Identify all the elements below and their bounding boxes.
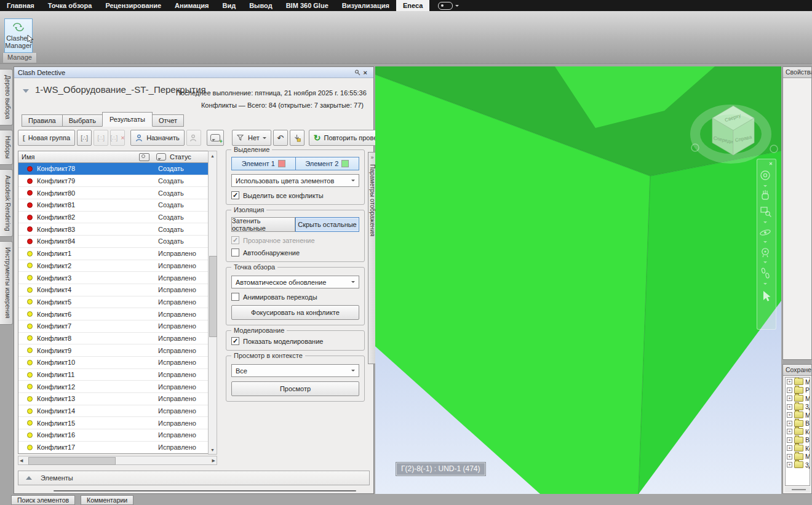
scroll-down-icon[interactable]: ▼	[209, 445, 217, 454]
expand-plus-icon[interactable]: +	[787, 404, 792, 410]
horizontal-scrollbar[interactable]	[785, 487, 810, 492]
saved-viewpoint-folder[interactable]: +М	[786, 453, 810, 461]
animate-transitions-checkbox[interactable]	[231, 293, 239, 301]
table-row[interactable]: Конфликт10Исправлено	[18, 357, 217, 369]
horizontal-scrollbar[interactable]: ◀ ▶	[18, 456, 217, 465]
new-group-button[interactable]: [ Новая группа	[18, 130, 75, 146]
dim-others-button[interactable]: Затенить остальные	[231, 217, 295, 232]
saved-viewpoint-folder[interactable]: +Ко	[786, 427, 810, 436]
table-row[interactable]: Конфликт84Создать	[18, 236, 217, 248]
orbit-icon[interactable]	[760, 229, 771, 236]
scrollbar-thumb[interactable]	[209, 256, 217, 337]
expand-plus-icon[interactable]: +	[787, 437, 792, 443]
bottom-tab-Поиск элементов[interactable]: Поиск элементов	[11, 495, 75, 505]
saved-viewpoints-tree[interactable]: +М+Ра+М+3Д+М+Во+Ко+Во+Ко+М+3Д	[785, 377, 810, 486]
expand-plus-icon[interactable]: +	[787, 412, 792, 418]
element1-button[interactable]: Элемент 1	[232, 157, 296, 170]
table-row[interactable]: Конфликт7Исправлено	[18, 320, 217, 333]
expand-plus-icon[interactable]: +	[787, 396, 792, 401]
table-row[interactable]: Конфликт79Создать	[18, 175, 217, 188]
element2-button[interactable]: Элемент 2	[296, 157, 359, 170]
table-row[interactable]: Конфликт78Создать	[18, 163, 217, 175]
saved-viewpoint-folder[interactable]: +М	[786, 378, 810, 386]
table-header[interactable]: Имя Статус	[18, 151, 217, 163]
expand-plus-icon[interactable]: +	[787, 429, 792, 434]
scroll-right-icon[interactable]: ▶	[212, 458, 215, 463]
viewport-3d[interactable]: Сверху Спереди Справа	[375, 66, 781, 494]
table-row[interactable]: Конфликт13Исправлено	[18, 393, 217, 405]
table-row[interactable]: Конфликт2Исправлено	[18, 260, 217, 272]
viewpoint-update-dropdown[interactable]: Автоматическое обновление	[231, 276, 359, 288]
bottom-tab-Комментарии[interactable]: Комментарии	[81, 495, 133, 505]
use-item-colors-dropdown[interactable]: Использовать цвета элементов	[231, 174, 359, 187]
compact-button[interactable]	[290, 130, 304, 146]
table-row[interactable]: Конфликт4Исправлено	[18, 284, 217, 296]
navigation-bar[interactable]	[757, 159, 776, 330]
scroll-up-icon[interactable]: ▲	[209, 151, 217, 160]
focus-on-clash-button[interactable]: Фокусировать на конфликте	[231, 305, 359, 320]
zoom-window-icon[interactable]	[761, 207, 771, 217]
hide-others-button[interactable]: Скрыть остальные	[295, 217, 359, 232]
pin-icon[interactable]	[354, 69, 361, 76]
scrollbar-thumb[interactable]	[792, 489, 806, 490]
chevron-down-icon[interactable]	[763, 261, 767, 263]
remove-from-group-button[interactable]: [∴]✕	[110, 130, 125, 146]
table-row[interactable]: Конфликт81Создать	[18, 199, 217, 212]
pan-hand-icon[interactable]	[762, 190, 768, 199]
close-icon[interactable]: ×	[361, 69, 370, 76]
saved-viewpoint-folder[interactable]: +3Д	[786, 461, 810, 469]
vertical-scrollbar[interactable]: ▲ ▼	[208, 151, 217, 455]
saved-viewpoint-folder[interactable]: +3Д	[786, 403, 810, 412]
table-row[interactable]: Конфликт1Исправлено	[18, 248, 217, 260]
highlight-all-checkbox[interactable]: ✓	[231, 191, 239, 199]
saved-viewpoint-folder[interactable]: +Во	[786, 420, 810, 428]
select-cursor-icon[interactable]	[763, 291, 770, 301]
table-row[interactable]: Конфликт3Исправлено	[18, 272, 217, 284]
table-row[interactable]: Конфликт83Создать	[18, 223, 217, 236]
column-comments[interactable]	[153, 153, 170, 161]
tab-Отчет[interactable]: Отчет	[152, 114, 184, 127]
items-bar[interactable]: Элементы	[18, 471, 370, 485]
expand-plus-icon[interactable]: +	[787, 379, 792, 384]
menu-tab-Eneca[interactable]: Eneca	[396, 0, 429, 11]
context-dropdown[interactable]: Все	[231, 364, 359, 377]
steering-wheel-icon[interactable]	[761, 171, 770, 180]
expand-plus-icon[interactable]: +	[787, 445, 792, 451]
menu-tab-Рецензирование[interactable]: Рецензирование	[98, 0, 168, 11]
table-row[interactable]: Конфликт82Создать	[18, 212, 217, 224]
expand-plus-icon[interactable]: +	[787, 421, 792, 426]
saved-viewpoint-folder[interactable]: +М	[786, 411, 810, 420]
table-row[interactable]: Конфликт5Исправлено	[18, 296, 217, 309]
menu-tab-Вывод[interactable]: Вывод	[242, 0, 279, 11]
filter-dropdown[interactable]: Нет	[232, 130, 271, 146]
chevron-down-icon[interactable]	[763, 185, 767, 187]
undo-button[interactable]: ↶	[273, 130, 288, 146]
tab-Правила[interactable]: Правила	[22, 114, 63, 127]
saved-viewpoint-folder[interactable]: +Во	[786, 436, 810, 445]
table-row[interactable]: Конфликт9Исправлено	[18, 344, 217, 357]
tab-Выбрать[interactable]: Выбрать	[62, 114, 103, 127]
menu-tab-Главная[interactable]: Главная	[0, 0, 41, 11]
column-name[interactable]: Имя	[18, 153, 135, 161]
table-row[interactable]: Конфликт8Исправлено	[18, 333, 217, 345]
table-row[interactable]: Конфликт14Исправлено	[18, 405, 217, 418]
menu-tab-Анимация[interactable]: Анимация	[168, 0, 215, 11]
navbar-close-icon[interactable]	[770, 162, 772, 165]
collapse-chevron-icon[interactable]	[23, 89, 29, 96]
show-simulation-checkbox[interactable]: ✓	[231, 337, 239, 345]
resize-grip[interactable]	[54, 490, 356, 491]
expand-plus-icon[interactable]: +	[787, 388, 792, 393]
record-camera-icon[interactable]	[438, 0, 459, 11]
column-saved-viewpoint[interactable]	[135, 153, 153, 161]
chevron-down-icon[interactable]	[763, 283, 767, 285]
look-around-icon[interactable]	[762, 249, 768, 257]
dock-tab-Инструменты измерения[interactable]: Инструменты измерения	[0, 241, 13, 324]
table-row[interactable]: Конфликт15Исправлено	[18, 417, 217, 429]
expand-plus-icon[interactable]: +	[787, 462, 792, 467]
menu-tab-Визуализация[interactable]: Визуализация	[335, 0, 396, 11]
group-selection-button[interactable]: [∴]	[77, 130, 92, 146]
table-row[interactable]: Конфликт6Исправлено	[18, 308, 217, 320]
chevron-down-icon[interactable]	[763, 221, 767, 223]
transparent-dimming-checkbox[interactable]: ✓	[231, 236, 239, 244]
tab-Результаты[interactable]: Результаты	[102, 112, 153, 127]
